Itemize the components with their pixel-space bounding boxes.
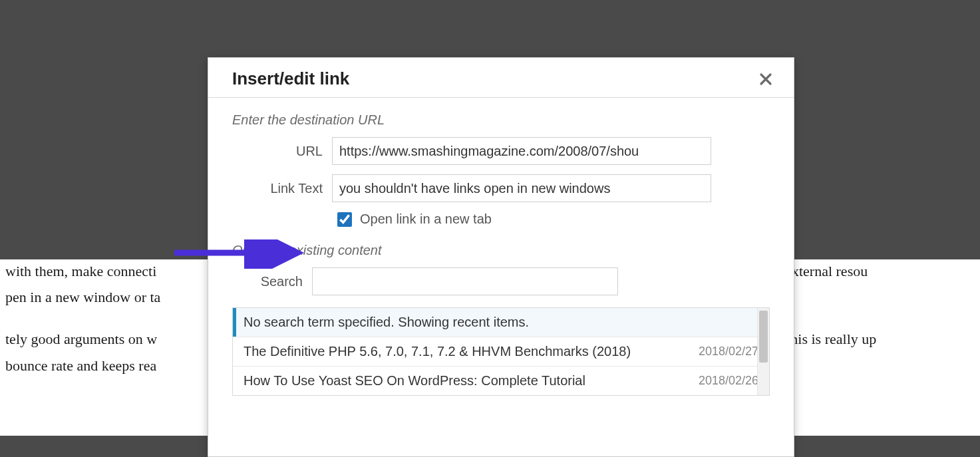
dialog-body: Enter the destination URL URL Link Text …	[208, 98, 794, 396]
open-new-tab-label[interactable]: Open link in a new tab	[360, 212, 492, 227]
bg-text: tely good arguments on w	[5, 331, 157, 347]
bg-text: bounce rate and keeps rea	[5, 357, 156, 374]
url-input[interactable]	[332, 137, 711, 165]
result-item[interactable]: How To Use Yoast SEO On WordPress: Compl…	[233, 366, 769, 395]
scroll-thumb[interactable]	[759, 311, 768, 363]
bg-text: with them, make connecti	[5, 263, 156, 279]
close-button[interactable]	[756, 70, 775, 88]
url-row: URL	[232, 137, 770, 165]
url-label: URL	[232, 144, 332, 159]
new-tab-row: Open link in a new tab	[337, 212, 770, 227]
insert-link-dialog: Insert/edit link Enter the destination U…	[208, 57, 794, 457]
search-label: Search	[232, 274, 312, 289]
result-date: 2018/02/27	[691, 345, 758, 359]
existing-content-hint: Or link to existing content	[232, 243, 770, 258]
search-input[interactable]	[312, 267, 618, 295]
dialog-header: Insert/edit link	[208, 58, 794, 98]
result-date: 2018/02/26	[691, 374, 758, 388]
link-text-label: Link Text	[232, 181, 332, 196]
search-results-list: No search term specified. Showing recent…	[232, 307, 770, 396]
open-new-tab-checkbox[interactable]	[337, 212, 352, 227]
search-row: Search	[232, 267, 770, 295]
link-text-row: Link Text	[232, 174, 770, 202]
result-title: The Definitive PHP 5.6, 7.0, 7.1, 7.2 & …	[244, 344, 631, 359]
dialog-title: Insert/edit link	[232, 69, 349, 89]
result-title: How To Use Yoast SEO On WordPress: Compl…	[244, 373, 585, 388]
bg-text: pen in a new window or ta	[5, 289, 160, 305]
results-scrollbar[interactable]	[757, 308, 769, 395]
result-item[interactable]: No search term specified. Showing recent…	[233, 308, 769, 337]
close-icon	[759, 73, 772, 86]
destination-url-hint: Enter the destination URL	[232, 112, 770, 128]
result-title: No search term specified. Showing recent…	[244, 315, 529, 330]
result-item[interactable]: The Definitive PHP 5.6, 7.0, 7.1, 7.2 & …	[233, 337, 769, 366]
link-text-input[interactable]	[332, 174, 711, 202]
